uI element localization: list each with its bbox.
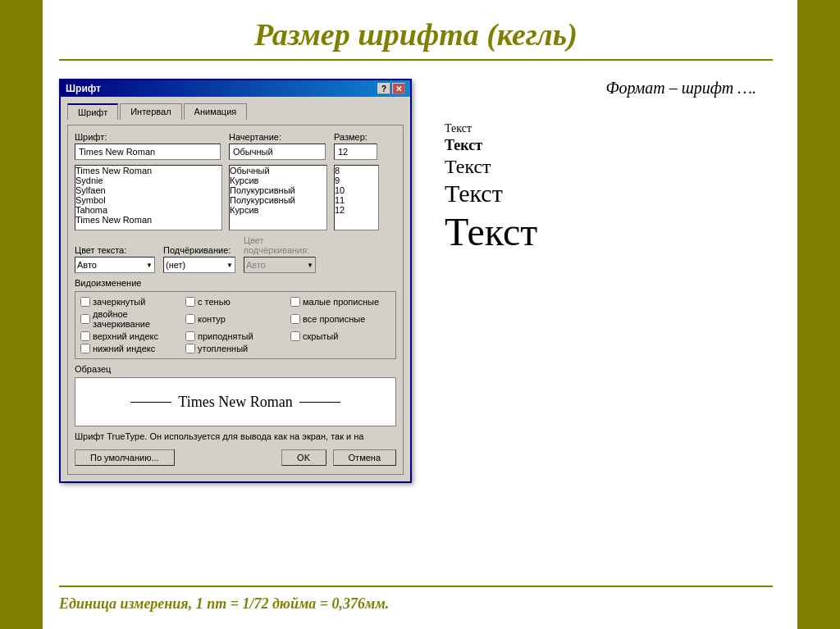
tab-interval[interactable]: Интервал <box>120 103 181 120</box>
listbox-row: Times New Roman Sydnie Sylfaen Symbol Ta… <box>75 165 396 230</box>
dialog-wrapper: Шрифт ? ✕ Шрифт Интервал Анимация <box>59 79 412 586</box>
main-content: Размер шрифта (кегль) Шрифт ? ✕ <box>43 0 797 629</box>
style-listbox[interactable]: Обычный Курсив Полукурсивный Полукурсивн… <box>229 165 327 230</box>
style-list-item-0[interactable]: Обычный <box>230 166 326 175</box>
default-button[interactable]: По умолчанию... <box>75 449 175 466</box>
right-sidebar-bar <box>797 0 840 629</box>
checkbox-all-caps[interactable]: все прописные <box>290 309 390 329</box>
page-title: Размер шрифта (кегль) <box>59 16 773 61</box>
font-list-item-0[interactable]: Times New Roman <box>75 166 221 175</box>
checkbox-engrave-label: утопленный <box>198 344 248 353</box>
checkbox-raised-input[interactable] <box>185 331 195 341</box>
color-value: Авто <box>77 260 97 270</box>
style-list-item-3[interactable]: Полукурсивный Курсив <box>230 195 326 215</box>
size-list-item-3[interactable]: 11 <box>335 195 378 205</box>
color-select[interactable]: Авто ▼ <box>75 257 155 273</box>
font-list-item-3[interactable]: Symbol <box>75 195 221 205</box>
content-area: Шрифт ? ✕ Шрифт Интервал Анимация <box>59 79 773 586</box>
text-sample-0: Текст <box>445 122 472 135</box>
checkbox-hidden-label: скрытый <box>303 331 338 341</box>
left-sidebar-bar <box>0 0 43 629</box>
size-listbox[interactable]: 8 9 10 11 12 <box>334 165 379 230</box>
page-layout: Размер шрифта (кегль) Шрифт ? ✕ <box>0 0 840 629</box>
checkbox-engrave[interactable]: утопленный <box>185 344 285 353</box>
font-list-item-5[interactable]: Times New Roman <box>75 215 221 225</box>
style-list-item-1[interactable]: Курсив <box>230 175 326 185</box>
checkbox-all-caps-input[interactable] <box>290 314 300 324</box>
checkbox-strikethrough[interactable]: зачеркнутый <box>80 297 180 307</box>
underline-color-select[interactable]: Авто ▼ <box>244 257 316 273</box>
style-list-item-2[interactable]: Полукурсивный <box>230 185 326 195</box>
help-button[interactable]: ? <box>377 83 390 94</box>
dialog-body: Шрифт Интервал Анимация Шрифт: <box>61 97 410 481</box>
font-name-input[interactable] <box>75 144 221 160</box>
checkbox-subscript-input[interactable] <box>80 344 90 353</box>
sample-text: Times New Roman <box>178 394 292 411</box>
sample-line-right <box>299 402 340 403</box>
checkbox-small-caps-input[interactable] <box>290 297 300 307</box>
checkbox-shadow[interactable]: с тенью <box>185 297 285 307</box>
cancel-button[interactable]: Отмена <box>333 449 396 466</box>
tab-animation[interactable]: Анимация <box>184 103 248 120</box>
size-input[interactable] <box>334 144 377 160</box>
checkbox-subscript[interactable]: нижний индекс <box>80 344 180 353</box>
bottom-note: Единица измерения, 1 пт = 1/72 дюйма = 0… <box>59 586 773 613</box>
font-list-item-4[interactable]: Tahoma <box>75 205 221 215</box>
size-list-item-2[interactable]: 10 <box>335 185 378 195</box>
text-sample-1: Текст <box>445 137 482 154</box>
underline-color-value: Авто <box>246 260 266 270</box>
checkbox-superscript[interactable]: верхний индекс <box>80 331 180 341</box>
sample-label: Образец <box>75 364 396 374</box>
text-samples: Текст Текст Текст Текст Текст <box>445 122 537 254</box>
checkbox-double-strike-label: двойное зачеркивание <box>93 309 180 329</box>
text-sample-4: Текст <box>445 209 537 254</box>
font-dialog: Шрифт ? ✕ Шрифт Интервал Анимация <box>59 79 412 483</box>
underline-label: Подчёркивание: <box>163 245 237 255</box>
checkbox-small-caps[interactable]: малые прописные <box>290 297 390 307</box>
right-panel: Формат – шрифт …. Текст Текст Текст Текс… <box>428 79 773 586</box>
underline-value: (нет) <box>166 260 185 270</box>
text-sample-3: Текст <box>445 180 503 207</box>
checkbox-strikethrough-label: зачеркнутый <box>93 297 145 307</box>
underline-select[interactable]: (нет) ▼ <box>163 257 235 273</box>
size-list-item-0[interactable]: 8 <box>335 166 378 175</box>
close-button[interactable]: ✕ <box>392 83 405 94</box>
checkbox-superscript-input[interactable] <box>80 331 90 341</box>
underline-color-arrow-icon: ▼ <box>307 262 313 269</box>
checkbox-hidden-input[interactable] <box>290 331 300 341</box>
checkbox-superscript-label: верхний индекс <box>93 331 158 341</box>
checkbox-strikethrough-input[interactable] <box>80 297 90 307</box>
checkbox-grid: зачеркнутый с тенью малые прописные <box>80 297 390 353</box>
checkbox-all-caps-label: все прописные <box>303 314 365 324</box>
underline-arrow-icon: ▼ <box>226 262 233 269</box>
checkbox-shadow-input[interactable] <box>185 297 195 307</box>
ok-button[interactable]: OK <box>281 449 326 466</box>
checkbox-double-strike[interactable]: двойное зачеркивание <box>80 309 180 329</box>
style-label: Начертание: <box>229 132 327 142</box>
sample-area: Times New Roman <box>75 377 396 426</box>
checkbox-small-caps-label: малые прописные <box>303 297 379 307</box>
font-list-item-2[interactable]: Sylfaen <box>75 185 221 195</box>
checkbox-outline-input[interactable] <box>185 314 195 324</box>
font-listbox[interactable]: Times New Roman Sydnie Sylfaen Symbol Ta… <box>75 165 222 230</box>
checkbox-engrave-input[interactable] <box>185 344 195 353</box>
options-row: Цвет текста: Авто ▼ Подчёркивание: <box>75 235 396 273</box>
checkbox-hidden[interactable]: скрытый <box>290 331 390 341</box>
checkbox-subscript-label: нижний индекс <box>93 344 155 353</box>
text-sample-2: Текст <box>445 156 491 178</box>
underline-color-label: Цвет подчёркивания: <box>244 235 317 255</box>
style-input[interactable] <box>229 144 326 160</box>
checkbox-double-strike-input[interactable] <box>80 314 90 324</box>
checkbox-raised[interactable]: приподнятый <box>185 331 285 341</box>
checkboxes-area: зачеркнутый с тенью малые прописные <box>75 291 396 359</box>
tabs-bar: Шрифт Интервал Анимация <box>67 103 404 120</box>
dialog-buttons: По умолчанию... OK Отмена <box>75 446 396 467</box>
checkbox-outline[interactable]: контур <box>185 309 285 329</box>
size-group: Размер: <box>334 132 379 160</box>
font-list-item-1[interactable]: Sydnie <box>75 175 221 185</box>
size-list-item-1[interactable]: 9 <box>335 175 378 185</box>
tab-font[interactable]: Шрифт <box>67 103 118 120</box>
size-list-item-4[interactable]: 12 <box>335 205 378 215</box>
format-label: Формат – шрифт …. <box>605 79 756 98</box>
size-label: Размер: <box>334 132 379 142</box>
